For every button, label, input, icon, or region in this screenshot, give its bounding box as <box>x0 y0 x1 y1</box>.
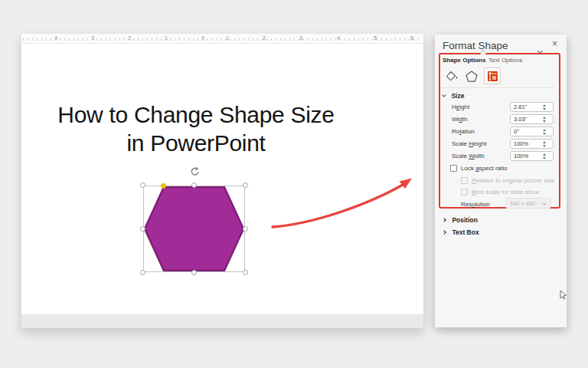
resize-handle-sw[interactable] <box>140 270 145 275</box>
slide-title-line2: in PowerPoint <box>21 129 371 157</box>
rotation-label: Rotation <box>452 128 475 135</box>
ruler-number: 5 <box>374 35 377 41</box>
width-row: Width <box>452 114 555 124</box>
width-field[interactable] <box>510 114 554 124</box>
chevron-down-icon <box>542 201 547 205</box>
ruler-number: 3 <box>91 35 94 41</box>
ruler-number: 2 <box>128 35 131 41</box>
spinner-down-icon[interactable] <box>543 120 546 123</box>
ruler-number: 1 <box>165 35 168 41</box>
width-label: Width <box>452 116 467 123</box>
textbox-section-label: Text Box <box>452 228 479 236</box>
height-label: Height <box>452 104 469 110</box>
spinner-up-icon[interactable] <box>543 141 546 143</box>
chevron-right-icon <box>442 218 446 222</box>
width-input[interactable] <box>511 116 540 123</box>
scale-height-field[interactable] <box>510 139 554 149</box>
editor-bottom-strip <box>21 314 423 328</box>
fill-line-icon[interactable] <box>444 70 458 83</box>
ruler-number: 3 <box>299 35 302 41</box>
lock-aspect-ratio-row[interactable]: Lock aspect ratio <box>450 165 507 172</box>
height-field[interactable] <box>510 102 554 112</box>
scale-height-spinner[interactable] <box>540 141 549 147</box>
height-spinner[interactable] <box>540 104 549 110</box>
resize-handle-ne[interactable] <box>243 182 248 188</box>
rotation-input[interactable] <box>511 128 540 135</box>
shape-adjust-handle[interactable] <box>161 183 166 189</box>
horizontal-ruler: 4 3 2 1 0 1 2 3 4 5 6 <box>21 34 423 44</box>
ruler-number: 2 <box>263 35 266 41</box>
scale-height-row: Scale Height <box>452 139 555 149</box>
divider <box>440 87 555 88</box>
lock-aspect-ratio-label: Lock aspect ratio <box>461 165 507 172</box>
chevron-down-icon <box>442 93 446 97</box>
chevron-right-icon <box>442 230 446 235</box>
panel-title: Format Shape <box>443 40 508 51</box>
size-properties-tab[interactable] <box>484 67 501 84</box>
effects-icon[interactable] <box>465 70 479 83</box>
format-shape-panel: Format Shape × Shape Options Text Option… <box>435 34 567 327</box>
rotate-handle-icon[interactable] <box>189 166 200 177</box>
selection-rectangle <box>143 186 245 272</box>
resize-handle-w[interactable] <box>140 226 145 232</box>
ruler-number: 0 <box>201 35 204 41</box>
resize-handle-nw[interactable] <box>140 182 145 188</box>
slide-title[interactable]: How to Change Shape Size in PowerPoint <box>21 100 371 157</box>
size-properties-icon <box>487 71 498 82</box>
relative-original-size-label: Relative to original picture size <box>472 177 555 184</box>
resize-handle-e[interactable] <box>243 226 248 232</box>
spinner-up-icon[interactable] <box>543 153 546 156</box>
size-section-header[interactable]: Size <box>443 92 464 100</box>
ruler-number: 1 <box>226 35 229 41</box>
spinner-down-icon[interactable] <box>543 133 546 135</box>
lock-aspect-ratio-checkbox[interactable] <box>450 165 457 172</box>
tab-text-options[interactable]: Text Options <box>488 57 522 64</box>
ruler-number: 4 <box>54 35 57 41</box>
scale-width-field[interactable] <box>510 151 554 161</box>
ruler-number: 4 <box>337 35 340 41</box>
textbox-section[interactable]: Text Box <box>443 228 479 236</box>
resolution-dropdown: 640 x 480 <box>505 198 551 209</box>
best-scale-checkbox <box>461 189 468 196</box>
annotation-arrow <box>268 172 417 234</box>
resize-handle-se[interactable] <box>243 270 248 275</box>
position-section[interactable]: Position <box>443 216 478 224</box>
best-scale-row: Best scale for slide show <box>461 189 539 196</box>
panel-close-button[interactable]: × <box>552 38 557 49</box>
scale-height-label: Scale Height <box>452 140 486 147</box>
ruler-number: 6 <box>410 35 413 41</box>
height-input[interactable] <box>511 104 540 110</box>
spinner-down-icon[interactable] <box>543 145 546 147</box>
scale-width-row: Scale Width <box>452 151 555 161</box>
spinner-up-icon[interactable] <box>543 117 546 119</box>
rotation-spinner[interactable] <box>540 129 549 135</box>
best-scale-label: Best scale for slide show <box>472 189 539 196</box>
size-section-label: Size <box>451 92 464 100</box>
spinner-down-icon[interactable] <box>543 108 546 110</box>
position-section-label: Position <box>452 216 478 224</box>
rotation-row: Rotation <box>452 127 555 136</box>
resolution-label: Resolution <box>461 201 490 208</box>
panel-collapse-button[interactable] <box>538 42 542 56</box>
scale-width-spinner[interactable] <box>540 153 549 159</box>
tab-shape-options[interactable]: Shape Options <box>443 57 485 64</box>
resolution-value: 640 x 480 <box>510 200 535 207</box>
resize-handle-n[interactable] <box>191 182 197 188</box>
relative-original-size-checkbox <box>461 177 468 184</box>
spinner-down-icon[interactable] <box>543 157 546 159</box>
spinner-up-icon[interactable] <box>543 104 546 107</box>
chevron-down-icon <box>537 48 543 54</box>
slide-title-line1: How to Change Shape Size <box>21 100 371 129</box>
rotation-field[interactable] <box>510 127 554 136</box>
relative-original-size-row: Relative to original picture size <box>461 177 555 184</box>
scale-width-input[interactable] <box>511 153 540 159</box>
selected-shape[interactable] <box>143 186 245 272</box>
mouse-cursor <box>560 290 567 300</box>
spinner-up-icon[interactable] <box>543 129 546 131</box>
width-spinner[interactable] <box>540 117 549 123</box>
height-row: Height <box>452 102 555 112</box>
resize-handle-s[interactable] <box>191 270 197 275</box>
scale-height-input[interactable] <box>511 140 540 147</box>
scale-width-label: Scale Width <box>452 153 485 159</box>
